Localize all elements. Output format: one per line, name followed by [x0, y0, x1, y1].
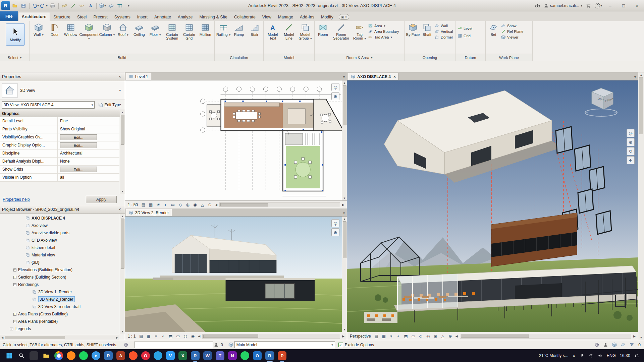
scroll-down-icon[interactable]: ▼ — [343, 196, 346, 200]
taskbar-app-file-explorer[interactable] — [42, 351, 51, 360]
scrollbar-thumb[interactable] — [220, 203, 268, 206]
taskbar-app-autocad[interactable]: A — [116, 351, 125, 360]
design-options-icon[interactable] — [228, 342, 234, 348]
weather-widget[interactable]: 21°C Mostly s... — [539, 353, 569, 358]
reveal-hidden-icon[interactable]: ◉ — [190, 333, 196, 339]
property-row[interactable]: Visibility/Graphics Ov...Edit... — [0, 133, 119, 141]
zoom-icon[interactable]: ⊕ — [331, 228, 339, 236]
plan-canvas[interactable]: ◎ ⊕ ▲ ▼ — [125, 80, 347, 200]
plan-hscrollbar[interactable] — [219, 202, 340, 207]
modify-button[interactable]: Modify — [6, 23, 25, 46]
render-icon[interactable]: ⬒ — [403, 333, 409, 339]
tab-massing-site[interactable]: Massing & Site — [196, 13, 231, 21]
tool-set[interactable]: Set — [487, 22, 500, 37]
tab-structure[interactable]: Structure — [50, 13, 74, 21]
taskbar-app-edge[interactable]: e — [92, 351, 100, 360]
tool-room[interactable]: Room — [316, 22, 330, 37]
maximize-button[interactable]: □ — [618, 1, 629, 10]
save-button[interactable] — [19, 2, 28, 10]
taskbar-app-whatsapp[interactable] — [240, 351, 249, 360]
tab-insert[interactable]: Insert — [134, 13, 151, 21]
taskbar-app-vscode[interactable]: V — [166, 351, 175, 360]
browser-scrollbar[interactable]: ▲ ▼ — [120, 214, 125, 334]
constraints-icon[interactable]: ⊕ — [447, 333, 453, 339]
instance-selector[interactable]: 3D View: AXO DISPLACE 4▾ — [2, 101, 95, 109]
taskbar-app-word[interactable]: W — [203, 351, 212, 360]
taskbar-app-outlook[interactable]: O — [253, 351, 262, 360]
tab-annotate[interactable]: Annotate — [151, 13, 174, 21]
dropdown-icon[interactable]: ▾ — [46, 4, 48, 7]
tool-floor[interactable]: Floor ▾ — [147, 22, 163, 37]
dropdown-icon[interactable]: ▾ — [37, 4, 39, 7]
tree-item[interactable]: Axo view — [0, 222, 119, 229]
tool-grid[interactable]: Grid — [457, 34, 472, 38]
property-value[interactable]: Show Original — [58, 125, 119, 133]
request-icon[interactable] — [602, 342, 609, 348]
properties-scrollbar[interactable]: ▲ ▼ — [120, 110, 125, 194]
scroll-left-icon[interactable]: ◀ — [0, 336, 5, 339]
tool-viewer[interactable]: Viewer — [501, 35, 523, 40]
property-row[interactable]: DisciplineArchitectural — [0, 149, 119, 158]
scrollbar-thumb[interactable] — [639, 77, 643, 134]
undo-button[interactable]: ▾ — [31, 2, 39, 10]
taskbar-app-revit[interactable]: R — [104, 351, 113, 360]
tool-column[interactable]: Column ▾ — [99, 22, 115, 37]
tool-curtain-system[interactable]: Curtain System — [163, 22, 181, 40]
crop-view-icon[interactable]: ▭ — [410, 333, 417, 339]
scroll-down-icon[interactable]: ▼ — [121, 189, 124, 194]
show-crop-icon[interactable]: ◇ — [418, 333, 424, 339]
axo-hscrollbar[interactable] — [460, 334, 631, 339]
tool-door[interactable]: Door — [47, 22, 63, 37]
revit-app-icon[interactable]: R — [1, 1, 10, 10]
project-browser-header[interactable]: Project Browser - SH02_2023_original.rvt… — [0, 205, 125, 214]
sun-path-icon[interactable]: ☀ — [155, 202, 161, 208]
tree-item[interactable]: +Sections (Building Section) — [0, 274, 119, 281]
tool-tag-room[interactable]: Tag Room ▾ — [352, 22, 367, 41]
tool-ramp[interactable]: Ramp — [231, 22, 247, 37]
scrollbar-thumb[interactable] — [121, 115, 124, 145]
language-indicator[interactable]: ENG — [607, 353, 616, 358]
tool-room-separator[interactable]: Room Separator — [330, 22, 352, 40]
zoom-icon[interactable]: ⊕ — [331, 92, 339, 100]
scrollbar-thumb[interactable] — [343, 85, 346, 125]
tree-item[interactable]: Material view — [0, 251, 119, 259]
help-button[interactable]: ?▾ — [594, 2, 602, 10]
taskbar-app-onenote[interactable]: N — [228, 351, 237, 360]
tool-ceiling[interactable]: Ceiling — [131, 22, 147, 37]
expand-icon[interactable]: + — [13, 268, 16, 272]
tag-by-category-button[interactable] — [78, 2, 86, 10]
axo-canvas[interactable]: LEFT FRONT ◎ ⊕ ↻ ✈ — [347, 80, 638, 332]
plan-vscrollbar[interactable]: ▲ ▼ — [342, 80, 347, 200]
shadows-icon[interactable]: ◐ — [160, 333, 166, 339]
scroll-up-icon[interactable]: ▲ — [121, 110, 124, 115]
taskbar-app-task-view[interactable] — [30, 351, 38, 360]
scroll-up-icon[interactable]: ▲ — [640, 72, 643, 77]
reveal-hidden-icon[interactable]: ◉ — [192, 202, 198, 208]
tab-list-dropdown[interactable]: ▾ — [634, 75, 638, 80]
hidden-icons-chevron[interactable]: ∧ — [572, 353, 575, 358]
tree-item[interactable]: CFD Axo view — [0, 237, 119, 244]
tree-item[interactable]: AXO DISPLACE 4 — [0, 215, 119, 222]
tool-curtain-grid[interactable]: Curtain Grid — [181, 22, 197, 40]
notification-bell-icon[interactable] — [634, 353, 639, 358]
render-canvas[interactable]: ◎ ⊕ ▲ ▼ — [125, 217, 347, 332]
tool-mullion[interactable]: Mullion — [197, 22, 213, 37]
taskbar-app-opera[interactable]: O — [141, 351, 150, 360]
scroll-right-icon[interactable]: ▶ — [115, 336, 119, 339]
edit-button[interactable]: Edit... — [60, 167, 97, 172]
background-process-icon[interactable] — [611, 342, 618, 348]
tree-item[interactable]: +Elevations (Building Elevation) — [0, 266, 119, 274]
tree-item[interactable]: Legends — [0, 325, 119, 333]
detail-level-icon[interactable]: ▤ — [138, 333, 144, 339]
pan-right-icon[interactable]: ▶ — [341, 203, 345, 206]
tree-item[interactable]: −Renderings — [0, 281, 119, 288]
dropdown-icon[interactable]: ▾ — [119, 89, 123, 92]
measure-button[interactable] — [60, 2, 68, 10]
visual-style-icon[interactable]: ▦ — [381, 333, 387, 339]
property-value[interactable]: Fine — [58, 117, 119, 125]
shadows-icon[interactable]: ◐ — [162, 202, 169, 208]
detail-level-icon[interactable]: ▤ — [140, 202, 147, 208]
temporary-hide-icon[interactable]: ◎ — [425, 333, 431, 339]
visual-style-icon[interactable]: ▦ — [145, 333, 152, 339]
tool-by-face[interactable]: By Face — [406, 22, 420, 37]
